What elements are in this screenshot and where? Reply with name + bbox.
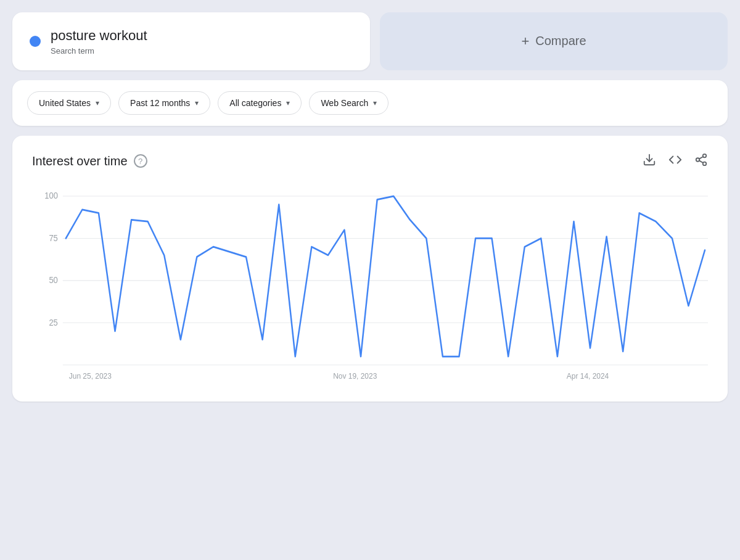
svg-line-5 (699, 157, 703, 159)
svg-text:Apr 14, 2024: Apr 14, 2024 (567, 371, 609, 381)
svg-text:Jun 25, 2023: Jun 25, 2023 (69, 371, 112, 381)
search-type-chevron-icon: ▾ (373, 99, 377, 107)
search-term-card: posture workout Search term (12, 12, 370, 70)
search-type-filter-label: Web Search (321, 98, 368, 108)
category-filter-label: All categories (229, 98, 281, 108)
compare-plus-icon: + (521, 33, 529, 49)
chart-header: Interest over time ? (32, 153, 708, 170)
chart-title-group: Interest over time ? (32, 154, 147, 168)
time-filter[interactable]: Past 12 months ▾ (118, 91, 210, 115)
search-term-dot (30, 36, 41, 47)
svg-text:25: 25 (49, 318, 58, 327)
compare-label: Compare (535, 34, 586, 48)
location-filter[interactable]: United States ▾ (27, 91, 111, 115)
svg-line-4 (699, 160, 703, 163)
compare-card[interactable]: + Compare (380, 12, 728, 70)
filters-bar: United States ▾ Past 12 months ▾ All cat… (12, 80, 728, 126)
svg-text:Nov 19, 2023: Nov 19, 2023 (333, 371, 377, 381)
chart-area: 100 75 50 25 Jun 25, 2023 Nov 19, 2023 A… (32, 189, 708, 387)
category-chevron-icon: ▾ (286, 99, 290, 107)
chart-card: Interest over time ? (12, 136, 728, 401)
location-chevron-icon: ▾ (96, 99, 99, 107)
svg-text:50: 50 (49, 275, 58, 285)
interest-chart: 100 75 50 25 Jun 25, 2023 Nov 19, 2023 A… (32, 189, 708, 387)
search-type-filter[interactable]: Web Search ▾ (309, 91, 388, 115)
svg-text:75: 75 (49, 233, 58, 243)
download-icon[interactable] (643, 153, 656, 170)
time-chevron-icon: ▾ (195, 99, 199, 107)
share-icon[interactable] (694, 153, 708, 170)
category-filter[interactable]: All categories ▾ (218, 91, 302, 115)
location-filter-label: United States (39, 98, 91, 108)
time-filter-label: Past 12 months (130, 98, 190, 108)
embed-icon[interactable] (668, 153, 682, 170)
chart-actions (643, 153, 708, 170)
search-term-text: posture workout Search term (51, 27, 147, 56)
help-icon[interactable]: ? (134, 154, 147, 168)
search-term-subtitle: Search term (51, 46, 147, 56)
chart-title: Interest over time (32, 154, 128, 168)
search-term-title: posture workout (51, 27, 147, 45)
svg-text:100: 100 (44, 191, 58, 200)
